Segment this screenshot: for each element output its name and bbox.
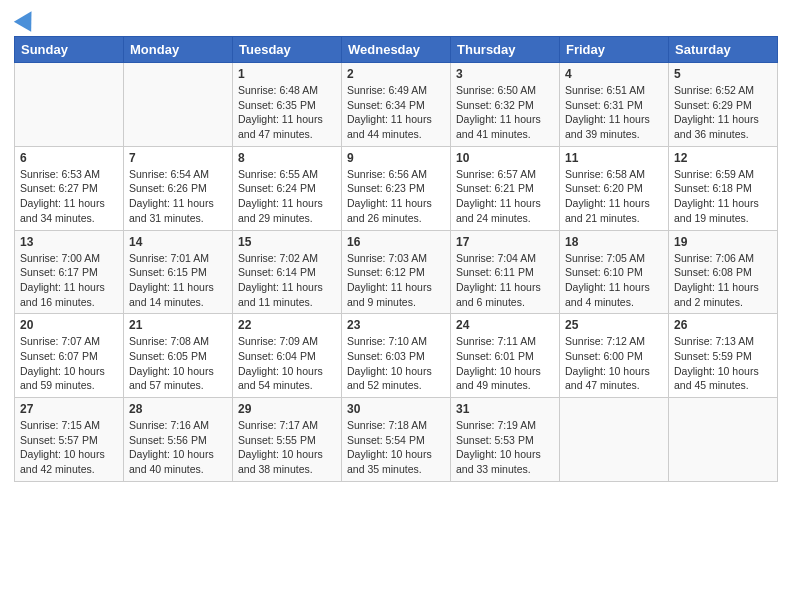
calendar-cell: 27Sunrise: 7:15 AM Sunset: 5:57 PM Dayli… (15, 398, 124, 482)
calendar-cell: 21Sunrise: 7:08 AM Sunset: 6:05 PM Dayli… (124, 314, 233, 398)
day-info: Sunrise: 7:04 AM Sunset: 6:11 PM Dayligh… (456, 251, 554, 310)
day-info: Sunrise: 7:17 AM Sunset: 5:55 PM Dayligh… (238, 418, 336, 477)
day-header-thursday: Thursday (451, 37, 560, 63)
day-number: 1 (238, 67, 336, 81)
calendar-cell (124, 63, 233, 147)
calendar-cell: 9Sunrise: 6:56 AM Sunset: 6:23 PM Daylig… (342, 146, 451, 230)
calendar-cell: 2Sunrise: 6:49 AM Sunset: 6:34 PM Daylig… (342, 63, 451, 147)
day-number: 23 (347, 318, 445, 332)
day-header-monday: Monday (124, 37, 233, 63)
day-info: Sunrise: 7:15 AM Sunset: 5:57 PM Dayligh… (20, 418, 118, 477)
calendar-table: SundayMondayTuesdayWednesdayThursdayFrid… (14, 36, 778, 482)
calendar-cell: 22Sunrise: 7:09 AM Sunset: 6:04 PM Dayli… (233, 314, 342, 398)
day-info: Sunrise: 6:54 AM Sunset: 6:26 PM Dayligh… (129, 167, 227, 226)
calendar-cell: 15Sunrise: 7:02 AM Sunset: 6:14 PM Dayli… (233, 230, 342, 314)
day-number: 24 (456, 318, 554, 332)
day-number: 7 (129, 151, 227, 165)
day-number: 20 (20, 318, 118, 332)
day-info: Sunrise: 7:08 AM Sunset: 6:05 PM Dayligh… (129, 334, 227, 393)
header-row: SundayMondayTuesdayWednesdayThursdayFrid… (15, 37, 778, 63)
day-info: Sunrise: 7:06 AM Sunset: 6:08 PM Dayligh… (674, 251, 772, 310)
calendar-cell: 18Sunrise: 7:05 AM Sunset: 6:10 PM Dayli… (560, 230, 669, 314)
day-info: Sunrise: 6:50 AM Sunset: 6:32 PM Dayligh… (456, 83, 554, 142)
calendar-cell: 1Sunrise: 6:48 AM Sunset: 6:35 PM Daylig… (233, 63, 342, 147)
day-number: 9 (347, 151, 445, 165)
day-number: 25 (565, 318, 663, 332)
calendar-cell: 11Sunrise: 6:58 AM Sunset: 6:20 PM Dayli… (560, 146, 669, 230)
calendar-cell: 25Sunrise: 7:12 AM Sunset: 6:00 PM Dayli… (560, 314, 669, 398)
logo-triangle-icon (14, 6, 40, 32)
day-number: 8 (238, 151, 336, 165)
day-number: 29 (238, 402, 336, 416)
day-number: 19 (674, 235, 772, 249)
logo (14, 10, 37, 28)
day-number: 10 (456, 151, 554, 165)
day-info: Sunrise: 6:52 AM Sunset: 6:29 PM Dayligh… (674, 83, 772, 142)
day-info: Sunrise: 7:10 AM Sunset: 6:03 PM Dayligh… (347, 334, 445, 393)
day-info: Sunrise: 7:07 AM Sunset: 6:07 PM Dayligh… (20, 334, 118, 393)
calendar-cell: 5Sunrise: 6:52 AM Sunset: 6:29 PM Daylig… (669, 63, 778, 147)
day-info: Sunrise: 6:55 AM Sunset: 6:24 PM Dayligh… (238, 167, 336, 226)
calendar-row-1: 1Sunrise: 6:48 AM Sunset: 6:35 PM Daylig… (15, 63, 778, 147)
day-info: Sunrise: 6:53 AM Sunset: 6:27 PM Dayligh… (20, 167, 118, 226)
calendar-cell (15, 63, 124, 147)
day-info: Sunrise: 6:58 AM Sunset: 6:20 PM Dayligh… (565, 167, 663, 226)
day-number: 31 (456, 402, 554, 416)
day-number: 13 (20, 235, 118, 249)
day-info: Sunrise: 7:01 AM Sunset: 6:15 PM Dayligh… (129, 251, 227, 310)
calendar-cell: 28Sunrise: 7:16 AM Sunset: 5:56 PM Dayli… (124, 398, 233, 482)
calendar-row-4: 20Sunrise: 7:07 AM Sunset: 6:07 PM Dayli… (15, 314, 778, 398)
day-info: Sunrise: 6:57 AM Sunset: 6:21 PM Dayligh… (456, 167, 554, 226)
calendar-cell: 13Sunrise: 7:00 AM Sunset: 6:17 PM Dayli… (15, 230, 124, 314)
day-number: 30 (347, 402, 445, 416)
day-info: Sunrise: 7:00 AM Sunset: 6:17 PM Dayligh… (20, 251, 118, 310)
calendar-cell: 30Sunrise: 7:18 AM Sunset: 5:54 PM Dayli… (342, 398, 451, 482)
day-number: 2 (347, 67, 445, 81)
day-number: 11 (565, 151, 663, 165)
calendar-cell (669, 398, 778, 482)
day-header-wednesday: Wednesday (342, 37, 451, 63)
calendar-cell: 29Sunrise: 7:17 AM Sunset: 5:55 PM Dayli… (233, 398, 342, 482)
day-number: 26 (674, 318, 772, 332)
day-info: Sunrise: 7:19 AM Sunset: 5:53 PM Dayligh… (456, 418, 554, 477)
calendar-cell: 23Sunrise: 7:10 AM Sunset: 6:03 PM Dayli… (342, 314, 451, 398)
day-info: Sunrise: 7:12 AM Sunset: 6:00 PM Dayligh… (565, 334, 663, 393)
day-info: Sunrise: 6:51 AM Sunset: 6:31 PM Dayligh… (565, 83, 663, 142)
day-number: 22 (238, 318, 336, 332)
day-info: Sunrise: 7:13 AM Sunset: 5:59 PM Dayligh… (674, 334, 772, 393)
day-info: Sunrise: 6:49 AM Sunset: 6:34 PM Dayligh… (347, 83, 445, 142)
day-header-tuesday: Tuesday (233, 37, 342, 63)
day-number: 15 (238, 235, 336, 249)
calendar-cell: 4Sunrise: 6:51 AM Sunset: 6:31 PM Daylig… (560, 63, 669, 147)
day-number: 21 (129, 318, 227, 332)
calendar-cell: 16Sunrise: 7:03 AM Sunset: 6:12 PM Dayli… (342, 230, 451, 314)
day-info: Sunrise: 7:16 AM Sunset: 5:56 PM Dayligh… (129, 418, 227, 477)
day-header-saturday: Saturday (669, 37, 778, 63)
calendar-cell: 19Sunrise: 7:06 AM Sunset: 6:08 PM Dayli… (669, 230, 778, 314)
day-info: Sunrise: 7:11 AM Sunset: 6:01 PM Dayligh… (456, 334, 554, 393)
day-info: Sunrise: 7:03 AM Sunset: 6:12 PM Dayligh… (347, 251, 445, 310)
day-number: 5 (674, 67, 772, 81)
day-info: Sunrise: 7:09 AM Sunset: 6:04 PM Dayligh… (238, 334, 336, 393)
header (14, 10, 778, 28)
calendar-cell (560, 398, 669, 482)
calendar-cell: 20Sunrise: 7:07 AM Sunset: 6:07 PM Dayli… (15, 314, 124, 398)
calendar-cell: 12Sunrise: 6:59 AM Sunset: 6:18 PM Dayli… (669, 146, 778, 230)
calendar-row-5: 27Sunrise: 7:15 AM Sunset: 5:57 PM Dayli… (15, 398, 778, 482)
calendar-cell: 3Sunrise: 6:50 AM Sunset: 6:32 PM Daylig… (451, 63, 560, 147)
calendar-cell: 24Sunrise: 7:11 AM Sunset: 6:01 PM Dayli… (451, 314, 560, 398)
calendar-cell: 10Sunrise: 6:57 AM Sunset: 6:21 PM Dayli… (451, 146, 560, 230)
day-number: 12 (674, 151, 772, 165)
calendar-row-2: 6Sunrise: 6:53 AM Sunset: 6:27 PM Daylig… (15, 146, 778, 230)
day-number: 17 (456, 235, 554, 249)
calendar-cell: 26Sunrise: 7:13 AM Sunset: 5:59 PM Dayli… (669, 314, 778, 398)
day-header-sunday: Sunday (15, 37, 124, 63)
day-info: Sunrise: 7:05 AM Sunset: 6:10 PM Dayligh… (565, 251, 663, 310)
calendar-cell: 31Sunrise: 7:19 AM Sunset: 5:53 PM Dayli… (451, 398, 560, 482)
day-number: 14 (129, 235, 227, 249)
day-number: 6 (20, 151, 118, 165)
calendar-cell: 7Sunrise: 6:54 AM Sunset: 6:26 PM Daylig… (124, 146, 233, 230)
day-info: Sunrise: 6:59 AM Sunset: 6:18 PM Dayligh… (674, 167, 772, 226)
day-number: 28 (129, 402, 227, 416)
calendar-cell: 8Sunrise: 6:55 AM Sunset: 6:24 PM Daylig… (233, 146, 342, 230)
